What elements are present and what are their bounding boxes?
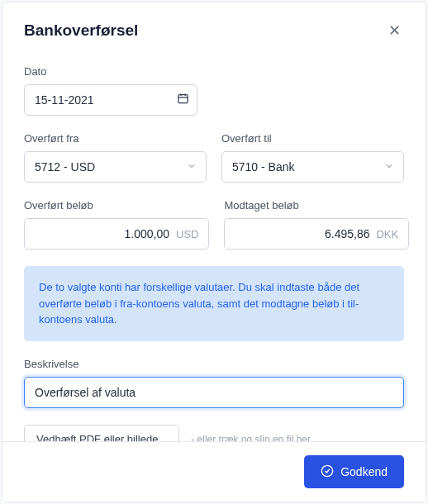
from-label: Overført fra: [24, 132, 207, 145]
to-col: Overført til 5710 - Bank: [221, 132, 404, 199]
modal-title: Bankoverførsel: [24, 21, 138, 40]
attach-row: Vedhæft PDF eller billede... - eller træ…: [24, 425, 404, 442]
currency-info-box: De to valgte konti har forskellige valut…: [24, 266, 404, 341]
description-input[interactable]: [24, 377, 404, 408]
check-circle-icon: [321, 464, 334, 480]
close-button[interactable]: ✕: [384, 21, 404, 40]
to-label: Overført til: [221, 132, 404, 145]
to-account-select[interactable]: 5710 - Bank: [221, 151, 404, 183]
amount-in-input[interactable]: [225, 227, 376, 240]
amount-out-currency: USD: [176, 228, 208, 240]
amount-out-wrap: USD: [24, 218, 209, 250]
approve-label: Godkend: [340, 465, 388, 478]
modal-footer: Godkend: [2, 441, 426, 502]
attach-file-button[interactable]: Vedhæft PDF eller billede...: [24, 425, 179, 442]
attach-hint: - eller træk og slip en fil her: [191, 434, 311, 442]
date-input[interactable]: [24, 84, 197, 116]
amounts-row: Overført beløb USD Modtaget beløb DKK: [24, 199, 404, 266]
from-select-wrap: 5712 - USD: [24, 151, 207, 183]
date-field-wrap: [24, 84, 197, 116]
amount-in-col: Modtaget beløb DKK: [224, 199, 409, 266]
amount-in-currency: DKK: [376, 228, 408, 240]
amount-out-col: Overført beløb USD: [24, 199, 209, 266]
accounts-row: Overført fra 5712 - USD Overført til 571…: [24, 132, 404, 199]
amount-out-input[interactable]: [25, 227, 176, 240]
description-label: Beskrivelse: [24, 358, 404, 370]
to-select-wrap: 5710 - Bank: [221, 151, 404, 183]
approve-button[interactable]: Godkend: [304, 455, 404, 488]
amount-out-label: Overført beløb: [24, 199, 209, 212]
amount-in-label: Modtaget beløb: [224, 199, 409, 212]
svg-point-4: [322, 465, 333, 476]
modal-header: Bankoverførsel ✕: [2, 2, 426, 49]
from-account-select[interactable]: 5712 - USD: [24, 151, 207, 183]
description-wrap: [24, 377, 404, 408]
close-icon: ✕: [388, 21, 401, 40]
bank-transfer-modal: Bankoverførsel ✕ Dato Overført fra 5712 …: [2, 2, 426, 502]
date-label: Dato: [24, 65, 404, 78]
from-col: Overført fra 5712 - USD: [24, 132, 207, 199]
amount-in-wrap: DKK: [224, 218, 409, 250]
modal-body: Dato Overført fra 5712 - USD Overført ti…: [2, 49, 426, 441]
